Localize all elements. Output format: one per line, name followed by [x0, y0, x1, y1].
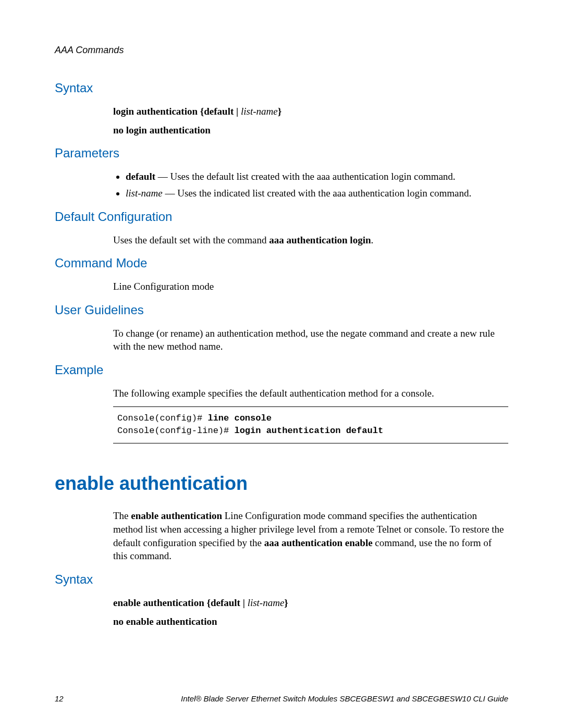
syntax-line-2b: no enable authentication — [113, 615, 508, 628]
param2-desc: — Uses the indicated list created with t… — [163, 188, 472, 199]
command-mode-text: Line Configuration mode — [113, 280, 508, 293]
heading-command-mode: Command Mode — [55, 256, 508, 270]
syntax-1a-suf: } — [278, 106, 282, 117]
param-item-listname: list-name — Uses the indicated list crea… — [126, 187, 508, 200]
dc-bold: aaa authentication login — [269, 235, 371, 245]
footer-doc-title: Intel® Blade Server Ethernet Switch Modu… — [181, 694, 508, 703]
syntax-2a-pre: enable authentication {default | — [113, 597, 248, 608]
section2-intro-text: The enable authentication Line Configura… — [113, 509, 508, 563]
heading-example: Example — [55, 363, 508, 377]
heading-parameters: Parameters — [55, 146, 508, 161]
syntax-line-2a: enable authentication {default | list-na… — [113, 596, 508, 610]
default-config-text: Uses the default set with the command aa… — [113, 233, 508, 247]
section2-intro-block: The enable authentication Line Configura… — [113, 509, 508, 563]
ex1-pre: Console(config)# — [117, 413, 207, 423]
parameters-block: default — Uses the default list created … — [113, 170, 508, 200]
ex1-bold: line console — [207, 413, 271, 423]
syntax-1a-italic: list-name — [241, 106, 278, 117]
command-mode-block: Line Configuration mode — [113, 280, 508, 293]
user-guidelines-text: To change (or rename) an authentication … — [113, 327, 508, 353]
syntax-line-1b: no login authentication — [113, 124, 508, 137]
page-number: 12 — [55, 694, 64, 703]
default-config-block: Uses the default set with the command aa… — [113, 233, 508, 247]
s2-b2: aaa authentication enable — [264, 537, 373, 548]
syntax-block-1: login authentication {default | list-nam… — [113, 105, 508, 137]
syntax-1a-pre: login authentication {default | — [113, 106, 241, 117]
page: AAA Commands Syntax login authentication… — [0, 0, 563, 728]
syntax-line-1a: login authentication {default | list-nam… — [113, 105, 508, 118]
heading-enable-authentication: enable authentication — [55, 473, 508, 495]
syntax-2a-suf: } — [284, 597, 288, 608]
example-code-line-2: Console(config-line)# login authenticati… — [117, 425, 504, 437]
heading-syntax-1: Syntax — [55, 81, 508, 95]
example-code-box: Console(config)# line console Console(co… — [113, 406, 508, 444]
syntax-2a-italic: list-name — [248, 597, 285, 608]
running-head: AAA Commands — [55, 45, 508, 56]
ex2-pre: Console(config-line)# — [117, 426, 234, 436]
s2-b1: enable authentication — [131, 510, 222, 521]
param-item-default: default — Uses the default list created … — [126, 170, 508, 183]
example-code-line-1: Console(config)# line console — [117, 412, 504, 425]
ex2-bold: login authentication default — [234, 426, 383, 436]
user-guidelines-block: To change (or rename) an authentication … — [113, 327, 508, 353]
parameters-list: default — Uses the default list created … — [113, 170, 508, 200]
heading-default-config: Default Configuration — [55, 209, 508, 224]
dc-pre: Uses the default set with the command — [113, 235, 269, 245]
heading-syntax-2: Syntax — [55, 572, 508, 587]
example-intro: The following example specifies the defa… — [113, 387, 508, 400]
param1-desc: — Uses the default list created with the… — [155, 171, 456, 182]
footer: 12 Intel® Blade Server Ethernet Switch M… — [55, 694, 508, 703]
param1-term: default — [126, 171, 155, 182]
heading-user-guidelines: User Guidelines — [55, 303, 508, 317]
dc-post: . — [371, 235, 374, 245]
param2-term: list-name — [126, 188, 163, 199]
syntax-block-2: enable authentication {default | list-na… — [113, 596, 508, 628]
s2-pre: The — [113, 510, 131, 521]
example-block: The following example specifies the defa… — [113, 387, 508, 443]
